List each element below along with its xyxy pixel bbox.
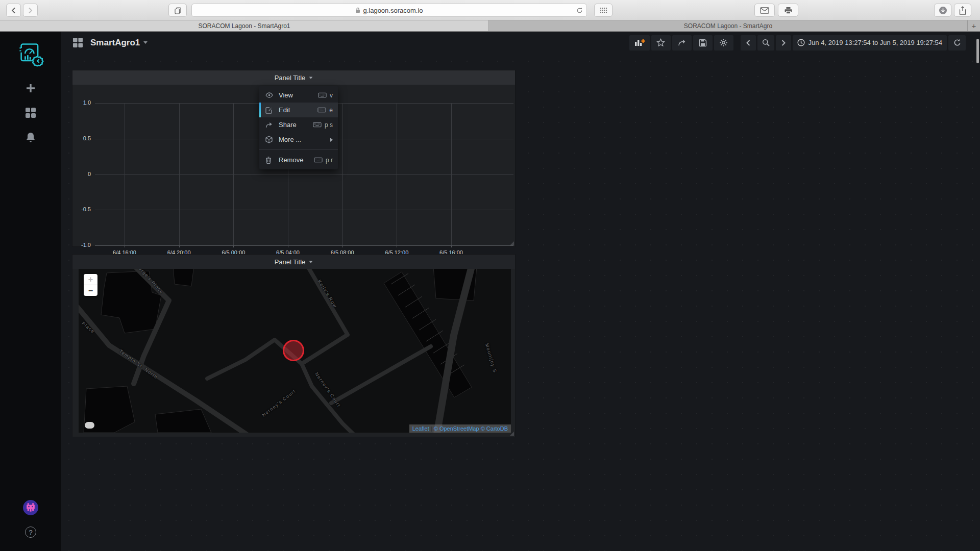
dashboard-canvas: Panel Title 1.00.50-0.5-1.0 6/4 16:006/4…: [61, 54, 980, 551]
cube-icon: [265, 136, 273, 143]
menu-item-remove[interactable]: Remove p r: [259, 153, 338, 167]
extensions-button[interactable]: [594, 4, 612, 17]
share-button[interactable]: [954, 4, 971, 17]
map-panel-title: Panel Title: [275, 258, 306, 266]
page-scrollbar-thumb[interactable]: [976, 39, 979, 63]
keyboard-icon: [318, 92, 327, 98]
chevron-left-icon: [11, 7, 16, 14]
map-marker: [283, 340, 304, 361]
dashboard-settings-button[interactable]: [714, 35, 733, 51]
time-forward-button[interactable]: [776, 35, 791, 51]
menu-label: Share: [279, 121, 297, 129]
graph-panel-title: Panel Title: [275, 74, 306, 82]
zoom-out-time-button[interactable]: [757, 35, 774, 51]
dashboard-navbar: SmartAgro1: [61, 32, 980, 54]
time-range-picker[interactable]: Jun 4, 2019 13:27:54 to Jun 5, 2019 19:2…: [793, 35, 947, 51]
menu-shortcut: p s: [325, 121, 333, 129]
grafana-app: ? SmartAgro1: [0, 32, 980, 551]
time-back-button[interactable]: [741, 35, 756, 51]
browser-back-button[interactable]: [6, 4, 21, 17]
map-zoom-in-button[interactable]: +: [84, 274, 97, 285]
chevron-right-icon: [28, 7, 33, 14]
four-squares-icon: [25, 107, 36, 118]
printer-icon: [784, 7, 793, 14]
lock-icon: [355, 7, 360, 13]
y-tick-label: -1.0: [81, 242, 91, 248]
chevron-left-icon: [746, 40, 750, 46]
star-dashboard-button[interactable]: [651, 35, 671, 51]
menu-label: View: [279, 91, 293, 99]
map-zoom-control: + −: [84, 274, 97, 296]
menu-label: More ...: [279, 136, 301, 143]
main-area: SmartAgro1: [61, 32, 980, 551]
new-tab-button[interactable]: +: [968, 20, 980, 31]
keyboard-icon: [317, 107, 326, 113]
panel-context-menu: View v Edit: [259, 86, 338, 169]
map-panel-header[interactable]: Panel Title: [72, 255, 515, 269]
map-scale-pill: [85, 422, 94, 429]
menu-label: Remove: [279, 156, 303, 164]
menu-label: Edit: [279, 106, 290, 114]
keyboard-icon: [314, 157, 323, 163]
y-tick-label: 0: [88, 171, 91, 177]
downloads-button[interactable]: [934, 4, 951, 17]
carto-link[interactable]: © CartoDB: [481, 425, 508, 432]
menu-divider: [259, 149, 338, 150]
plus-icon: [25, 83, 36, 94]
sidebar: ?: [0, 32, 61, 551]
clock-icon: [797, 39, 805, 46]
submenu-caret-icon: [330, 138, 333, 142]
dashboard-title-caret-icon: [143, 41, 148, 44]
menu-item-edit[interactable]: Edit e: [259, 103, 338, 117]
panel-title-caret-icon: [309, 261, 313, 263]
dashboard-title[interactable]: SmartAgro1: [90, 38, 140, 48]
sidebar-dashboards-button[interactable]: [25, 107, 36, 118]
y-tick-label: 1.0: [83, 99, 91, 106]
user-avatar[interactable]: [23, 500, 38, 515]
help-button[interactable]: ?: [25, 527, 36, 538]
soracom-lagoon-logo[interactable]: [17, 41, 44, 69]
browser-toolbar: g.lagoon.soracom.io: [0, 0, 980, 20]
map-canvas[interactable]: George's Place Place Temple St. North Ke…: [79, 269, 511, 433]
browser-tab-bar: SORACOM Lagoon - SmartAgro1 SORACOM Lago…: [0, 20, 980, 32]
reload-icon[interactable]: [576, 7, 583, 14]
pencil-icon: [265, 107, 273, 114]
tab-title: SORACOM Lagoon - SmartAgro: [684, 22, 772, 30]
menu-shortcut: e: [329, 107, 333, 114]
graph-panel-header[interactable]: Panel Title: [72, 70, 515, 85]
dashboard-picker-icon[interactable]: [72, 37, 83, 48]
map-attribution: Leaflet | © OpenStreetMap © CartoDB: [409, 424, 511, 433]
panel-resize-handle[interactable]: [510, 241, 514, 245]
download-circle-icon: [939, 6, 947, 15]
y-tick-label: -0.5: [81, 206, 91, 212]
browser-forward-button[interactable]: [23, 4, 38, 17]
gear-icon: [719, 38, 728, 47]
url-text: g.lagoon.soracom.io: [363, 7, 423, 14]
save-dashboard-button[interactable]: [693, 35, 713, 51]
sidebar-add-button[interactable]: [25, 83, 36, 94]
osm-link[interactable]: © OpenStreetMap: [434, 425, 479, 432]
leaflet-link[interactable]: Leaflet: [412, 425, 429, 432]
tab-overview-button[interactable]: [168, 4, 187, 17]
menu-item-share[interactable]: Share p s: [259, 117, 338, 132]
export-icon: [677, 38, 686, 47]
panel-resize-handle[interactable]: [510, 432, 514, 436]
refresh-button[interactable]: [948, 35, 966, 51]
eye-icon: [265, 92, 273, 98]
menu-item-more[interactable]: More ...: [259, 132, 338, 147]
print-button[interactable]: [778, 4, 798, 17]
mail-button[interactable]: [754, 4, 775, 17]
menu-item-view[interactable]: View v: [259, 88, 338, 103]
add-panel-button[interactable]: [629, 35, 650, 51]
share-dashboard-button[interactable]: [672, 35, 692, 51]
avatar-invader-icon: [25, 503, 36, 512]
map-zoom-out-button[interactable]: −: [84, 285, 97, 296]
grid-dots-icon: [600, 7, 607, 13]
url-bar[interactable]: g.lagoon.soracom.io: [191, 4, 587, 17]
refresh-icon: [953, 39, 961, 46]
panel-title-caret-icon: [309, 77, 313, 79]
sidebar-alerting-button[interactable]: [26, 132, 36, 143]
y-tick-label: 0.5: [83, 135, 91, 141]
tab-smartagro1[interactable]: SORACOM Lagoon - SmartAgro1: [0, 20, 489, 31]
tab-smartagro[interactable]: SORACOM Lagoon - SmartAgro: [489, 20, 968, 31]
